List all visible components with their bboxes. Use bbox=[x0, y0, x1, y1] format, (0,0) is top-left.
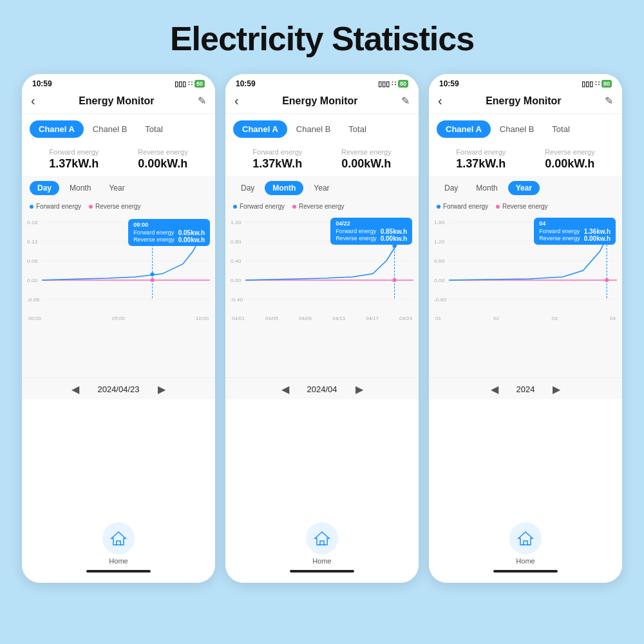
chart-tooltip-1: 09:00 Forward energy 0.05kw.h Reverse en… bbox=[128, 219, 210, 246]
tooltip-forward-label-2: Forward energy bbox=[336, 228, 376, 235]
tooltip-time-1: 09:00 bbox=[133, 222, 205, 228]
channel-tab-b-3[interactable]: Chanel B bbox=[491, 120, 543, 138]
channel-tab-a-3[interactable]: Chanel A bbox=[437, 120, 491, 138]
chart-area-1: Forward energy Reverse energy 0.18 0.12 … bbox=[22, 199, 215, 377]
svg-text:1.80: 1.80 bbox=[434, 220, 445, 225]
battery-1: 80 bbox=[194, 80, 205, 88]
period-year-2[interactable]: Year bbox=[306, 181, 337, 195]
home-label-3: Home bbox=[516, 557, 535, 565]
edit-btn-2[interactable]: ✎ bbox=[401, 95, 410, 107]
chart-svg-1: 0.18 0.12 0.06 0.00 -0.06 bbox=[27, 213, 210, 316]
home-label-2: Home bbox=[312, 557, 331, 565]
signal-icon-3: ▯▯▯ bbox=[582, 80, 593, 88]
period-year-1[interactable]: Year bbox=[101, 181, 132, 195]
x-label-1-2: 04/05 bbox=[265, 316, 278, 321]
x-labels-1: 00:00 05:00 10:00 bbox=[27, 316, 210, 321]
legend-forward-label-1: Forward energy bbox=[36, 203, 81, 210]
legend-reverse-3: Reverse energy bbox=[496, 203, 548, 210]
back-btn-3[interactable]: ‹ bbox=[438, 93, 442, 108]
forward-label-3: Forward energy bbox=[456, 148, 506, 156]
channel-tab-total-2[interactable]: Total bbox=[339, 120, 375, 138]
date-prev-1[interactable]: ◀ bbox=[66, 383, 84, 395]
date-nav-3: ◀ 2024 ▶ bbox=[429, 377, 622, 399]
tooltip-reverse-2: Reverse energy 0.00kw.h bbox=[336, 235, 407, 242]
tooltip-reverse-1: Reverse energy 0.00kw.h bbox=[133, 236, 205, 243]
status-bar-3: 10:59 ▯▯▯ ∷ 80 bbox=[429, 74, 622, 91]
forward-energy-2: Forward energy 1.37kW.h bbox=[252, 148, 302, 171]
period-month-1[interactable]: Month bbox=[62, 181, 99, 195]
chart-legend-3: Forward energy Reverse energy bbox=[434, 202, 617, 213]
date-next-1[interactable]: ▶ bbox=[153, 383, 171, 395]
channel-tab-total-1[interactable]: Total bbox=[136, 120, 171, 138]
home-icon-2 bbox=[314, 530, 330, 547]
wifi-icon-1: ∷ bbox=[188, 80, 193, 88]
tooltip-forward-2: Forward energy 0.85kw.h bbox=[336, 228, 407, 235]
x-labels-2: 04/01 04/05 04/09 04/13 04/17 04/23 bbox=[231, 316, 413, 321]
channel-tab-a-2[interactable]: Chanel A bbox=[233, 120, 287, 138]
svg-text:-0.06: -0.06 bbox=[27, 297, 40, 303]
home-nav-3[interactable]: Home bbox=[509, 522, 542, 565]
back-btn-2[interactable]: ‹ bbox=[234, 93, 239, 108]
period-month-2[interactable]: Month bbox=[265, 181, 303, 195]
period-day-2[interactable]: Day bbox=[233, 181, 262, 195]
phones-container: 10:59 ▯▯▯ ∷ 80 ‹ Energy Monitor ✎ Chanel… bbox=[15, 74, 629, 583]
edit-btn-1[interactable]: ✎ bbox=[198, 95, 206, 107]
chart-tooltip-3: 04 Forward energy 1.36kw.h Reverse energ… bbox=[534, 218, 616, 245]
legend-dot-pink-2 bbox=[292, 205, 296, 209]
app-title-3: Energy Monitor bbox=[486, 95, 561, 107]
home-nav-2[interactable]: Home bbox=[306, 522, 338, 565]
svg-text:0.06: 0.06 bbox=[27, 258, 38, 264]
back-btn-1[interactable]: ‹ bbox=[31, 93, 35, 108]
home-bar-3 bbox=[493, 570, 558, 573]
period-day-3[interactable]: Day bbox=[437, 181, 466, 195]
tooltip-reverse-3: Reverse energy 0.00kw.h bbox=[539, 235, 611, 242]
app-header-3: ‹ Energy Monitor ✎ bbox=[429, 91, 622, 114]
svg-text:1.20: 1.20 bbox=[231, 220, 242, 225]
legend-forward-2: Forward energy bbox=[233, 203, 285, 210]
x-label-2-1: 10:00 bbox=[196, 316, 209, 321]
x-label-3-2: 04/13 bbox=[332, 316, 345, 321]
period-tabs-2: Day Month Year bbox=[225, 176, 419, 199]
x-label-2-2: 04/09 bbox=[299, 316, 312, 321]
battery-2: 80 bbox=[398, 80, 408, 88]
svg-text:0.18: 0.18 bbox=[27, 220, 38, 225]
edit-btn-3[interactable]: ✎ bbox=[605, 95, 613, 107]
date-prev-3[interactable]: ◀ bbox=[486, 383, 504, 395]
channel-tab-b-2[interactable]: Chanel B bbox=[287, 120, 339, 138]
energy-values-2: Forward energy 1.37kW.h Reverse energy 0… bbox=[225, 142, 419, 176]
reverse-energy-2: Reverse energy 0.00kW.h bbox=[341, 148, 392, 171]
chart-svg-2: 1.20 0.80 0.40 0.00 -0.40 bbox=[231, 213, 413, 316]
x-labels-3: 01 02 03 04 bbox=[434, 316, 617, 321]
tooltip-forward-label-1: Forward energy bbox=[133, 229, 174, 236]
channel-tab-a-1[interactable]: Chanel A bbox=[30, 120, 84, 138]
channel-tab-b-1[interactable]: Chanel B bbox=[84, 120, 136, 138]
forward-value-2: 1.37kW.h bbox=[252, 157, 302, 171]
period-month-3[interactable]: Month bbox=[468, 181, 505, 195]
home-bar-1 bbox=[86, 570, 151, 573]
status-time-2: 10:59 bbox=[236, 79, 256, 88]
forward-label-2: Forward energy bbox=[252, 148, 302, 156]
chart-svg-3: 1.80 1.20 0.60 0.00 -0.60 bbox=[434, 213, 617, 316]
phone-bottom-1: Home bbox=[22, 399, 215, 583]
app-title-2: Energy Monitor bbox=[282, 95, 357, 107]
channel-tab-total-3[interactable]: Total bbox=[543, 120, 578, 138]
svg-point-11 bbox=[150, 272, 154, 276]
energy-values-3: Forward energy 1.37kW.h Reverse energy 0… bbox=[429, 142, 622, 176]
app-header-2: ‹ Energy Monitor ✎ bbox=[225, 91, 419, 114]
reverse-energy-1: Reverse energy 0.00kW.h bbox=[138, 148, 188, 171]
date-prev-2[interactable]: ◀ bbox=[276, 383, 294, 395]
period-year-3[interactable]: Year bbox=[508, 181, 540, 195]
x-label-5-2: 04/23 bbox=[399, 316, 412, 321]
date-next-3[interactable]: ▶ bbox=[547, 383, 565, 395]
home-nav-1[interactable]: Home bbox=[102, 522, 135, 565]
phone-bottom-3: Home bbox=[429, 399, 622, 583]
tooltip-reverse-label-3: Reverse energy bbox=[539, 235, 580, 242]
period-day-1[interactable]: Day bbox=[30, 181, 59, 195]
date-next-2[interactable]: ▶ bbox=[350, 383, 368, 395]
reverse-label-3: Reverse energy bbox=[545, 148, 595, 156]
status-icons-2: ▯▯▯ ∷ 80 bbox=[378, 80, 408, 88]
svg-text:0.00: 0.00 bbox=[231, 278, 242, 283]
legend-forward-label-2: Forward energy bbox=[240, 203, 285, 210]
tooltip-reverse-val-2: 0.00kw.h bbox=[381, 235, 407, 242]
period-tabs-3: Day Month Year bbox=[429, 176, 622, 199]
